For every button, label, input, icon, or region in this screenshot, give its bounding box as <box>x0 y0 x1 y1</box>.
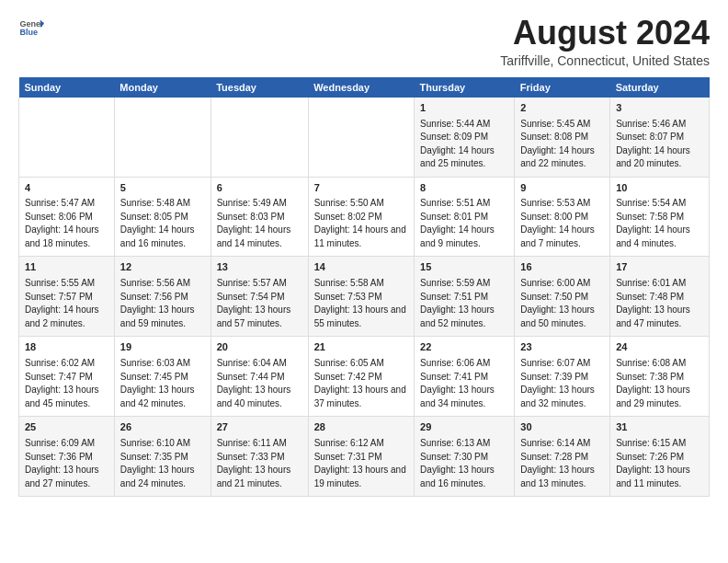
main-title: August 2024 <box>500 15 710 52</box>
day-cell: 20Sunrise: 6:04 AMSunset: 7:44 PMDayligh… <box>210 337 308 417</box>
day-number: 6 <box>217 181 302 196</box>
day-number: 11 <box>25 260 108 275</box>
day-info: Sunrise: 5:57 AMSunset: 7:54 PMDaylight:… <box>217 277 302 330</box>
day-info: Sunrise: 5:44 AMSunset: 8:09 PMDaylight:… <box>420 118 508 171</box>
day-cell: 30Sunrise: 6:14 AMSunset: 7:28 PMDayligh… <box>515 417 610 497</box>
day-cell: 26Sunrise: 6:10 AMSunset: 7:35 PMDayligh… <box>114 417 210 497</box>
day-number: 23 <box>520 340 604 355</box>
day-cell: 22Sunrise: 6:06 AMSunset: 7:41 PMDayligh… <box>415 337 515 417</box>
day-info: Sunrise: 6:12 AMSunset: 7:31 PMDaylight:… <box>314 437 408 490</box>
day-info: Sunrise: 5:53 AMSunset: 8:00 PMDaylight:… <box>520 197 604 250</box>
day-cell: 2Sunrise: 5:45 AMSunset: 8:08 PMDaylight… <box>515 98 610 177</box>
day-number: 7 <box>314 181 408 196</box>
header-cell-saturday: Saturday <box>610 77 710 98</box>
day-number: 1 <box>420 101 508 116</box>
header-row: SundayMondayTuesdayWednesdayThursdayFrid… <box>19 77 710 98</box>
day-number: 18 <box>25 340 108 355</box>
calendar-body: 1Sunrise: 5:44 AMSunset: 8:09 PMDaylight… <box>19 98 710 497</box>
day-info: Sunrise: 5:50 AMSunset: 8:02 PMDaylight:… <box>314 197 408 250</box>
day-info: Sunrise: 5:54 AMSunset: 7:58 PMDaylight:… <box>616 197 703 250</box>
day-cell <box>114 98 210 177</box>
week-row-4: 18Sunrise: 6:02 AMSunset: 7:47 PMDayligh… <box>19 337 710 417</box>
day-cell: 8Sunrise: 5:51 AMSunset: 8:01 PMDaylight… <box>415 177 515 257</box>
day-number: 9 <box>520 181 604 196</box>
day-number: 4 <box>25 181 108 196</box>
svg-text:Blue: Blue <box>19 28 38 37</box>
day-info: Sunrise: 5:48 AMSunset: 8:05 PMDaylight:… <box>120 197 205 250</box>
day-number: 8 <box>420 181 508 196</box>
day-number: 12 <box>120 260 205 275</box>
day-info: Sunrise: 6:05 AMSunset: 7:42 PMDaylight:… <box>314 357 408 410</box>
day-number: 20 <box>217 340 302 355</box>
day-cell: 21Sunrise: 6:05 AMSunset: 7:42 PMDayligh… <box>308 337 414 417</box>
day-number: 3 <box>616 101 703 116</box>
day-info: Sunrise: 5:58 AMSunset: 7:53 PMDaylight:… <box>314 277 408 330</box>
day-cell: 25Sunrise: 6:09 AMSunset: 7:36 PMDayligh… <box>19 417 115 497</box>
day-info: Sunrise: 6:00 AMSunset: 7:50 PMDaylight:… <box>520 277 604 330</box>
week-row-1: 1Sunrise: 5:44 AMSunset: 8:09 PMDaylight… <box>19 98 710 177</box>
day-info: Sunrise: 5:49 AMSunset: 8:03 PMDaylight:… <box>217 197 302 250</box>
day-cell: 10Sunrise: 5:54 AMSunset: 7:58 PMDayligh… <box>610 177 710 257</box>
day-cell <box>19 98 115 177</box>
week-row-3: 11Sunrise: 5:55 AMSunset: 7:57 PMDayligh… <box>19 257 710 337</box>
header-cell-monday: Monday <box>114 77 210 98</box>
day-cell: 19Sunrise: 6:03 AMSunset: 7:45 PMDayligh… <box>114 337 210 417</box>
day-cell: 7Sunrise: 5:50 AMSunset: 8:02 PMDaylight… <box>308 177 414 257</box>
day-number: 26 <box>120 420 205 435</box>
calendar-header: SundayMondayTuesdayWednesdayThursdayFrid… <box>19 77 710 98</box>
header-cell-wednesday: Wednesday <box>308 77 414 98</box>
day-cell <box>308 98 414 177</box>
day-info: Sunrise: 6:10 AMSunset: 7:35 PMDaylight:… <box>120 437 205 490</box>
day-info: Sunrise: 6:09 AMSunset: 7:36 PMDaylight:… <box>25 437 108 490</box>
day-number: 21 <box>314 340 408 355</box>
day-info: Sunrise: 6:07 AMSunset: 7:39 PMDaylight:… <box>520 357 604 410</box>
day-cell: 3Sunrise: 5:46 AMSunset: 8:07 PMDaylight… <box>610 98 710 177</box>
day-info: Sunrise: 6:02 AMSunset: 7:47 PMDaylight:… <box>25 357 108 410</box>
day-number: 16 <box>520 260 604 275</box>
header-cell-sunday: Sunday <box>19 77 115 98</box>
header: General Blue August 2024 Tariffville, Co… <box>18 15 710 68</box>
day-cell: 13Sunrise: 5:57 AMSunset: 7:54 PMDayligh… <box>210 257 308 337</box>
day-number: 19 <box>120 340 205 355</box>
day-number: 29 <box>420 420 508 435</box>
calendar-table: SundayMondayTuesdayWednesdayThursdayFrid… <box>18 77 710 498</box>
day-cell: 29Sunrise: 6:13 AMSunset: 7:30 PMDayligh… <box>415 417 515 497</box>
day-number: 28 <box>314 420 408 435</box>
day-info: Sunrise: 6:11 AMSunset: 7:33 PMDaylight:… <box>217 437 302 490</box>
day-info: Sunrise: 6:15 AMSunset: 7:26 PMDaylight:… <box>616 437 703 490</box>
day-cell: 16Sunrise: 6:00 AMSunset: 7:50 PMDayligh… <box>515 257 610 337</box>
header-cell-tuesday: Tuesday <box>210 77 308 98</box>
day-info: Sunrise: 5:55 AMSunset: 7:57 PMDaylight:… <box>25 277 108 330</box>
day-number: 10 <box>616 181 703 196</box>
day-info: Sunrise: 6:06 AMSunset: 7:41 PMDaylight:… <box>420 357 508 410</box>
day-info: Sunrise: 6:08 AMSunset: 7:38 PMDaylight:… <box>616 357 703 410</box>
day-info: Sunrise: 5:59 AMSunset: 7:51 PMDaylight:… <box>420 277 508 330</box>
day-number: 27 <box>217 420 302 435</box>
day-info: Sunrise: 5:47 AMSunset: 8:06 PMDaylight:… <box>25 197 108 250</box>
day-info: Sunrise: 6:14 AMSunset: 7:28 PMDaylight:… <box>520 437 604 490</box>
day-cell <box>210 98 308 177</box>
day-cell: 1Sunrise: 5:44 AMSunset: 8:09 PMDaylight… <box>415 98 515 177</box>
day-number: 17 <box>616 260 703 275</box>
logo-icon: General Blue <box>18 15 44 40</box>
day-number: 15 <box>420 260 508 275</box>
day-number: 2 <box>520 101 604 116</box>
header-cell-friday: Friday <box>515 77 610 98</box>
day-cell: 31Sunrise: 6:15 AMSunset: 7:26 PMDayligh… <box>610 417 710 497</box>
day-cell: 18Sunrise: 6:02 AMSunset: 7:47 PMDayligh… <box>19 337 115 417</box>
subtitle: Tariffville, Connecticut, United States <box>500 53 710 68</box>
day-info: Sunrise: 6:03 AMSunset: 7:45 PMDaylight:… <box>120 357 205 410</box>
day-number: 30 <box>520 420 604 435</box>
day-cell: 9Sunrise: 5:53 AMSunset: 8:00 PMDaylight… <box>515 177 610 257</box>
day-info: Sunrise: 5:46 AMSunset: 8:07 PMDaylight:… <box>616 118 703 171</box>
day-cell: 24Sunrise: 6:08 AMSunset: 7:38 PMDayligh… <box>610 337 710 417</box>
day-info: Sunrise: 5:45 AMSunset: 8:08 PMDaylight:… <box>520 118 604 171</box>
day-cell: 27Sunrise: 6:11 AMSunset: 7:33 PMDayligh… <box>210 417 308 497</box>
day-cell: 15Sunrise: 5:59 AMSunset: 7:51 PMDayligh… <box>415 257 515 337</box>
day-cell: 28Sunrise: 6:12 AMSunset: 7:31 PMDayligh… <box>308 417 414 497</box>
logo: General Blue <box>18 15 44 40</box>
day-number: 22 <box>420 340 508 355</box>
day-cell: 12Sunrise: 5:56 AMSunset: 7:56 PMDayligh… <box>114 257 210 337</box>
day-cell: 11Sunrise: 5:55 AMSunset: 7:57 PMDayligh… <box>19 257 115 337</box>
day-info: Sunrise: 5:51 AMSunset: 8:01 PMDaylight:… <box>420 197 508 250</box>
